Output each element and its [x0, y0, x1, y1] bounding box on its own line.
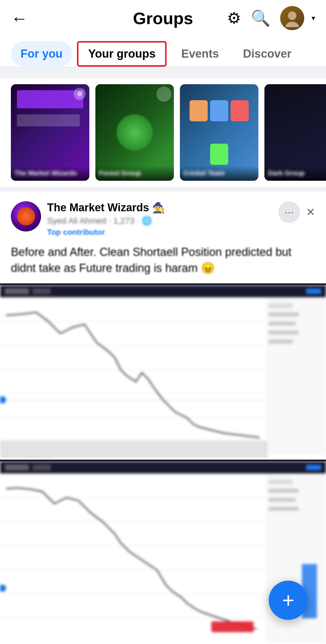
post-actions-right: ··· ✕: [278, 201, 315, 223]
svg-rect-14: [269, 330, 299, 335]
chart-bg-2: [0, 461, 326, 644]
svg-point-1: [286, 22, 299, 27]
story-1-overlay: The Market Wizards: [11, 166, 89, 181]
group-avatar-inner: [17, 207, 35, 225]
post-text: Before and After. Clean Shortaell Positi…: [0, 242, 326, 283]
story-2-badge: [156, 87, 171, 102]
tab-your-groups[interactable]: Your groups: [77, 41, 167, 67]
post-group-name[interactable]: The Market Wizards: [47, 201, 149, 214]
tab-for-you[interactable]: For you: [11, 41, 72, 66]
chart-header-1: [0, 285, 326, 297]
story-2-overlay: Forest Group: [95, 166, 174, 181]
story-3-overlay: Cricket Team: [180, 166, 258, 181]
avatar[interactable]: [280, 6, 304, 30]
svg-rect-25: [269, 480, 293, 484]
tabs-container: For you Your groups Events Discover: [0, 36, 326, 67]
svg-point-0: [288, 11, 296, 20]
stories-row: The Market Wizards Forest Group Cricket …: [0, 78, 326, 187]
svg-rect-10: [266, 297, 326, 454]
story-card-3[interactable]: Cricket Team: [180, 84, 258, 181]
avatar-chevron-icon: ▾: [312, 14, 315, 22]
story-card-1[interactable]: The Market Wizards: [11, 84, 89, 181]
story-4-overlay: Dark Group: [264, 166, 326, 181]
svg-rect-11: [269, 303, 293, 308]
post-close-button[interactable]: ✕: [306, 206, 315, 218]
header-left: ←: [11, 8, 28, 28]
chart-svg-2: [0, 473, 326, 642]
story-3-title: Cricket Team: [184, 169, 255, 177]
back-button[interactable]: ←: [11, 8, 28, 28]
header: ← Groups ⚙ 🔍 ▾: [0, 0, 326, 36]
story-1-title: The Market Wizards: [14, 169, 86, 177]
fab-create-button[interactable]: +: [269, 581, 308, 620]
chart-svg-1: [0, 297, 326, 454]
divider-mid: [0, 187, 326, 192]
story-card-4[interactable]: Dark Group: [264, 84, 326, 181]
story-4-title: Dark Group: [268, 169, 326, 177]
post-sub-text: Syed Ali Ahmed · 1,273 · 🌐: [47, 216, 165, 226]
post-header: The Market Wizards 🧙 Syed Ali Ahmed · 1,…: [0, 192, 326, 242]
svg-rect-28: [269, 507, 299, 511]
svg-rect-12: [269, 312, 299, 317]
story-card-2[interactable]: Forest Group: [95, 84, 174, 181]
settings-icon[interactable]: ⚙: [227, 9, 241, 27]
chart-header-2: [0, 461, 326, 473]
post-card: The Market Wizards 🧙 Syed Ali Ahmed · 1,…: [0, 192, 326, 644]
chart-container-1: [0, 283, 326, 458]
story-1-badge: [74, 88, 86, 100]
chart-bg-1: [0, 285, 326, 458]
svg-rect-15: [269, 340, 293, 344]
svg-point-2: [77, 91, 82, 96]
chart-bottom-bar: [0, 440, 267, 458]
post-tag: Top contributor: [47, 228, 165, 237]
post-more-button[interactable]: ···: [278, 201, 300, 223]
tab-discover[interactable]: Discover: [233, 41, 301, 66]
post-meta: The Market Wizards 🧙 Syed Ali Ahmed · 1,…: [47, 201, 165, 237]
svg-rect-31: [211, 621, 254, 632]
group-avatar[interactable]: [11, 201, 41, 231]
story-2-title: Forest Group: [99, 169, 170, 177]
post-name-row: The Market Wizards 🧙: [47, 201, 165, 214]
fab-icon: +: [282, 590, 295, 611]
post-header-left: The Market Wizards 🧙 Syed Ali Ahmed · 1,…: [11, 201, 165, 237]
search-icon[interactable]: 🔍: [251, 9, 270, 27]
page-title: Groups: [133, 8, 193, 28]
svg-rect-13: [269, 321, 296, 326]
svg-rect-26: [269, 489, 299, 493]
svg-rect-27: [269, 498, 296, 502]
divider-top: [0, 67, 326, 72]
header-actions: ⚙ 🔍 ▾: [227, 6, 315, 30]
tab-events[interactable]: Events: [171, 41, 229, 66]
post-group-emoji: 🧙: [152, 202, 165, 214]
